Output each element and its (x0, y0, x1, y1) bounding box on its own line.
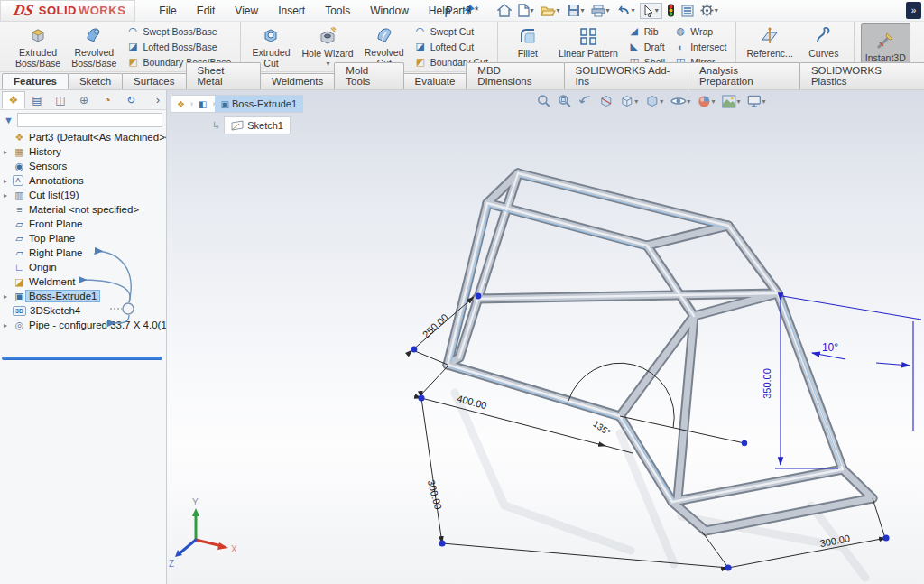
dimension-handle-points[interactable] (411, 293, 890, 571)
breadcrumb-part-icon[interactable]: ❖ (171, 96, 190, 112)
tree-item-material[interactable]: ≡Material <not specified> (0, 202, 166, 217)
dimxpert-manager-tab[interactable]: ⊕ (72, 91, 96, 109)
tab-mbd-dimensions[interactable]: MBD Dimensions (466, 62, 564, 89)
expander[interactable]: ▸ (4, 148, 13, 156)
dimension-lines-blue[interactable] (775, 296, 921, 468)
tab-features[interactable]: Features (2, 73, 69, 89)
breadcrumb-feature-boss-extrude1[interactable]: ▣ Boss-Extrude1 (215, 96, 302, 112)
tree-item-label: Origin (26, 262, 60, 273)
instant3d-icon (874, 30, 896, 51)
tab-solidworks-plastics[interactable]: SOLIDWORKS Plastics (799, 62, 924, 89)
task-pane-toggle[interactable]: » (906, 2, 921, 19)
tab-surfaces[interactable]: Surfaces (122, 73, 186, 89)
save-icon[interactable]: ▾ (565, 3, 587, 18)
sketch3d-icon: 3D (13, 306, 26, 316)
breadcrumb-body-icon[interactable]: ◧ (193, 96, 212, 112)
select-cursor-icon[interactable]: ▾ (640, 3, 662, 19)
pin-menu-icon[interactable] (464, 3, 476, 19)
tab-evaluate[interactable]: Evaluate (403, 73, 467, 89)
expander[interactable]: ▸ (4, 177, 13, 185)
view-orientation-icon[interactable]: ▾ (619, 94, 638, 108)
tab-sheet-metal[interactable]: Sheet Metal (186, 62, 261, 89)
hole-wizard-caret[interactable]: ▾ (327, 60, 330, 68)
button-label: Lofted Cut (430, 42, 474, 52)
tree-item-3dsketch4[interactable]: 3D3DSketch4 (0, 303, 166, 318)
previous-view-icon[interactable] (578, 94, 592, 108)
tab-solidworks-add-ins[interactable]: SOLIDWORKS Add-Ins (564, 62, 689, 89)
tree-item-weldment[interactable]: ◪Weldment (0, 274, 166, 289)
cam-manager-tab[interactable]: ↻ (119, 91, 143, 109)
dimension-lines-black[interactable] (412, 297, 886, 568)
menu-insert[interactable]: Insert (269, 2, 314, 20)
tab-weldments[interactable]: Weldments (260, 73, 335, 89)
hide-show-items-icon[interactable]: ▾ (670, 95, 690, 107)
tree-item-part3[interactable]: ❖Part3 (Default<As Machined><<Def (0, 130, 166, 144)
tree-filter-input[interactable] (17, 113, 162, 127)
swept-boss-base-button[interactable]: ◠Swept Boss/Base (124, 24, 234, 38)
panel-tabs-overflow-chevron[interactable]: › (152, 94, 164, 107)
apply-scene-icon[interactable]: ▾ (721, 95, 740, 108)
sketch-icon (231, 120, 244, 131)
tree-item-boss-extrude1[interactable]: ▸▣Boss-Extrude1 (0, 289, 166, 303)
extruded-boss-base-button[interactable]: Extruded Boss/Base (12, 23, 64, 70)
boss-extrude-icon: ▣ (13, 291, 26, 302)
lofted-cut-button[interactable]: ◪Lofted Cut (411, 40, 491, 53)
zoom-to-area-icon[interactable] (557, 94, 571, 108)
intersect-button[interactable]: ◐Intersect (671, 40, 729, 53)
view-settings-icon[interactable]: ▾ (746, 95, 765, 107)
options-gear-icon[interactable]: ▾ (698, 3, 720, 18)
tree-item-origin[interactable]: ∟Origin (0, 260, 166, 274)
rebuild-traffic-light-icon[interactable] (665, 3, 677, 18)
draft-button[interactable]: ◣Draft (625, 40, 668, 53)
undo-icon[interactable]: ▾ (614, 4, 637, 18)
swept-cut-button[interactable]: ◠Swept Cut (411, 24, 491, 38)
rollback-bar[interactable] (2, 357, 162, 360)
tab-analysis-preparation[interactable]: Analysis Preparation (688, 62, 800, 89)
display-manager-tab[interactable]: ◔ (96, 91, 119, 109)
expander[interactable]: ▸ (4, 292, 13, 301)
print-icon[interactable]: ▾ (589, 4, 612, 18)
expander[interactable]: ▸ (4, 191, 13, 199)
zoom-to-fit-icon[interactable] (536, 94, 550, 108)
tree-item-label: Weldment (26, 276, 79, 287)
weldment-frame-model[interactable] (448, 173, 873, 531)
tree-item-cut-list[interactable]: ▸▥Cut list(19) (0, 188, 166, 202)
configuration-manager-tab[interactable]: ◫ (49, 91, 72, 109)
tree-item-annotations[interactable]: ▸AAnnotations (0, 173, 166, 188)
tab-mold-tools[interactable]: Mold Tools (334, 62, 403, 89)
menu-tools[interactable]: Tools (316, 2, 359, 20)
material-icon: ≡ (13, 204, 26, 215)
tree-item-front-plane[interactable]: ▱Front Plane (0, 217, 166, 231)
tree-item-history[interactable]: ▸▦History (0, 144, 166, 159)
tab-sketch[interactable]: Sketch (68, 73, 123, 89)
file-properties-icon[interactable] (679, 4, 696, 18)
revolved-boss-base-button[interactable]: Revolved Boss/Base (68, 23, 120, 70)
section-view-icon[interactable] (598, 94, 613, 108)
rib-button[interactable]: ◢Rib (625, 24, 668, 38)
wrap-button[interactable]: ◍Wrap (671, 24, 729, 38)
menu-edit[interactable]: Edit (188, 2, 225, 20)
home-icon[interactable] (495, 3, 513, 18)
revolved-boss-icon (83, 24, 105, 46)
property-manager-tab[interactable]: ▤ (25, 91, 49, 109)
new-document-icon[interactable]: ▾ (516, 3, 536, 18)
expander[interactable]: ▸ (4, 321, 13, 329)
edit-appearance-icon[interactable]: ▾ (697, 95, 715, 108)
display-style-icon[interactable]: ▾ (644, 94, 663, 108)
lofted-boss-base-button[interactable]: ◪Lofted Boss/Base (124, 40, 234, 53)
breadcrumb-sketch1[interactable]: Sketch1 (224, 116, 291, 134)
menu-window[interactable]: Window (361, 2, 418, 20)
open-icon[interactable]: ▾ (539, 4, 562, 18)
tree-item-label: Pipe - configured 33.7 X 4.0(1) (26, 320, 166, 330)
graphics-viewport[interactable]: 250.00 400.00 135° 300.00 300.00 350.00 … (167, 90, 924, 584)
button-label: Referenc... (746, 48, 792, 59)
tree-item-label: Material <not specified> (26, 204, 142, 215)
tree-item-right-plane[interactable]: ▱Right Plane (0, 246, 166, 260)
tree-item-pipe-configured[interactable]: ▸◎Pipe - configured 33.7 X 4.0(1) (0, 318, 166, 332)
feature-manager-tab[interactable]: ❖ (2, 91, 25, 109)
tree-item-sensors[interactable]: ◉Sensors (0, 159, 166, 173)
menu-view[interactable]: View (226, 2, 267, 20)
menu-file[interactable]: File (150, 2, 185, 20)
menu-help[interactable]: Help (420, 2, 460, 20)
tree-item-top-plane[interactable]: ▱Top Plane (0, 231, 166, 246)
